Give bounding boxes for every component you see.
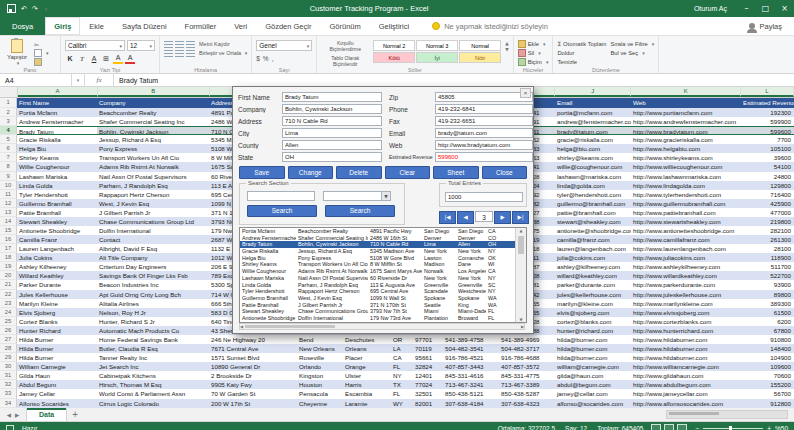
cell[interactable]: 148400 [741,344,794,353]
cell[interactable]: Jules Kellerhouse [17,290,97,299]
listbox-horizontal-scrollbar[interactable]: ◀ ▶ [239,323,525,330]
cell[interactable]: gilda@haun.com [555,371,631,380]
select-all-corner[interactable] [0,87,18,97]
cell[interactable]: gracie@riskalla.com [555,135,631,144]
cell[interactable]: Bohlin, Cywinski Jackson [97,126,209,135]
sil-button[interactable]: Sil▾ [518,49,549,57]
cell[interactable]: 89800 [741,290,794,299]
align-left-icon[interactable] [164,50,173,57]
row-number-1[interactable]: 1 [0,98,17,108]
cell[interactable]: 477000 [741,208,794,217]
ekle-button[interactable]: Ekle▾ [518,40,549,48]
cell[interactable]: Laramie [343,399,391,408]
row-number-13[interactable]: 13 [0,208,17,217]
scroll-down-icon[interactable]: ▼ [519,317,522,322]
column-header-L[interactable]: L [741,87,794,97]
tab-veri[interactable]: Veri [225,17,256,35]
cell[interactable]: Beachcomber Realty [97,108,209,117]
listbox-row[interactable]: Portia McfannBeachcomber Realty4891 Paci… [240,228,516,235]
cell[interactable]: Jet Search Inc [97,362,209,371]
cell[interactable]: Camilla Franz [17,235,97,244]
cell[interactable]: OR [391,335,413,344]
search-button-2[interactable]: Search [325,205,395,217]
row-number-12[interactable]: 12 [0,199,17,208]
cell[interactable]: Jessup, Richard A Esq [97,135,209,144]
align-middle-icon[interactable] [175,41,184,48]
listbox-row[interactable]: Andrew FenstermacherShafer Commercial Se… [240,235,516,242]
insert-function-icon[interactable]: fx [85,74,114,86]
cell[interactable]: Contact [97,235,209,244]
row-number-7[interactable]: 7 [0,153,17,162]
cell[interactable]: J Gilbert Parrish Jr [97,208,209,217]
record-counter[interactable]: 3 [475,211,493,222]
cell[interactable]: 713-467-3241 [443,380,499,389]
qat-customize-icon[interactable]: ▾ [45,6,48,12]
cell[interactable]: http://www.marilynkleine.com [631,299,741,308]
row-number-33[interactable]: 33 [0,389,17,398]
cell[interactable]: 261300 [741,235,794,244]
cell[interactable]: 129800 [741,181,794,190]
sheet-button[interactable]: Sheet [433,166,479,179]
cell[interactable]: Harris [343,380,391,389]
save-icon[interactable] [7,4,16,13]
cell[interactable]: camilla@franz.com [555,235,631,244]
align-bottom-icon[interactable] [186,41,195,48]
cell[interactable]: http://www.juliacokins.com [631,253,741,262]
scroll-up-icon[interactable]: ▲ [519,228,522,233]
cell[interactable]: Marilyn Kleine [17,299,97,308]
cell[interactable]: 219800 [741,217,794,226]
cell[interactable]: Hirsch, Thomas M Esq [97,380,209,389]
cell[interactable]: Pattie Bramhall [17,208,97,217]
cell[interactable]: 916-786-4521 [443,353,499,362]
cell[interactable]: Transport Workers Un Afl Cio [97,153,209,162]
sign-in-button[interactable]: Oturum Aç [694,5,727,12]
cell[interactable]: 200 W 17th St [209,399,297,408]
cell[interactable]: Deschutes [343,335,391,344]
cell[interactable]: http://www.camillafranz.com [631,235,741,244]
cell[interactable]: 6200 [741,317,794,326]
fill-color-icon[interactable]: A [113,53,123,64]
zoom-in-icon[interactable]: + [767,425,771,430]
cell[interactable]: hunter@richard.com [555,326,631,335]
row-number-31[interactable]: 31 [0,371,17,380]
cell[interactable]: http://www.stewartsheakley.com [631,217,741,226]
cell[interactable]: 39600 [741,153,794,162]
bul-ve-se--button[interactable]: Bul ve Seç▾ [610,49,654,57]
cell[interactable]: Antionette Shoobridge [17,226,97,235]
cell[interactable]: 713-467-3389 [499,380,555,389]
fax-field[interactable]: 419-232-6651 [435,116,533,126]
listbox-row[interactable]: Guillermo BramhallWest, J Kevin Esq1099 … [240,295,516,302]
first-name-field[interactable]: Brady Tatum [282,92,382,102]
cell[interactable]: 599600 [741,126,794,135]
cell[interactable]: Guillermo Bramhall [17,199,97,208]
cell[interactable]: 282100 [741,226,794,235]
cell[interactable]: http://www.hunterrichard.com [631,326,741,335]
cell[interactable]: http://www.jameycellar.com [631,389,741,398]
cell[interactable]: http://www.elvissjoberg.com [631,308,741,317]
cell[interactable]: willard@keathley.com [555,271,631,280]
cell[interactable]: New Orleans [297,344,343,353]
cell[interactable]: Ashley Kilheeney [17,262,97,271]
row-number-14[interactable]: 14 [0,217,17,226]
cell[interactable]: http://www.andrewfenstermacher.com [631,117,741,126]
page-break-view-icon[interactable] [677,424,687,430]
change-button[interactable]: Change [288,166,334,179]
cell[interactable]: Criterium Day Engineers [97,262,209,271]
cell[interactable]: Escambia [343,389,391,398]
cell[interactable]: 7671 Central Ave [209,344,297,353]
listbox-row[interactable]: Brady TatumBohlin, Cywinski Jackson710 N… [240,241,516,248]
cell[interactable]: http://www.laurenlangenbach.com [631,244,741,253]
listbox-row[interactable]: Linda GoldaParham, J Randolph Esq113 E A… [240,282,516,289]
add-sheet-icon[interactable]: + [67,408,83,421]
cell-style-k-t-[interactable]: Kötü [373,52,415,63]
cell[interactable]: LA [391,344,413,353]
cell[interactable]: Nelson, Roy H Jr [97,308,209,317]
currency-icon[interactable]: $ [256,55,260,62]
cell[interactable]: elvis@sjoberg.com [555,308,631,317]
close-icon[interactable]: × [775,0,794,17]
cell[interactable]: Hilda Burner [17,335,97,344]
comma-icon[interactable]: , [272,55,274,62]
cell[interactable]: Julia Cokins [17,253,97,262]
cell[interactable]: http://www.gracieriskalla.com [631,135,741,144]
cell[interactable]: Andrew Fenstermacher [17,117,97,126]
